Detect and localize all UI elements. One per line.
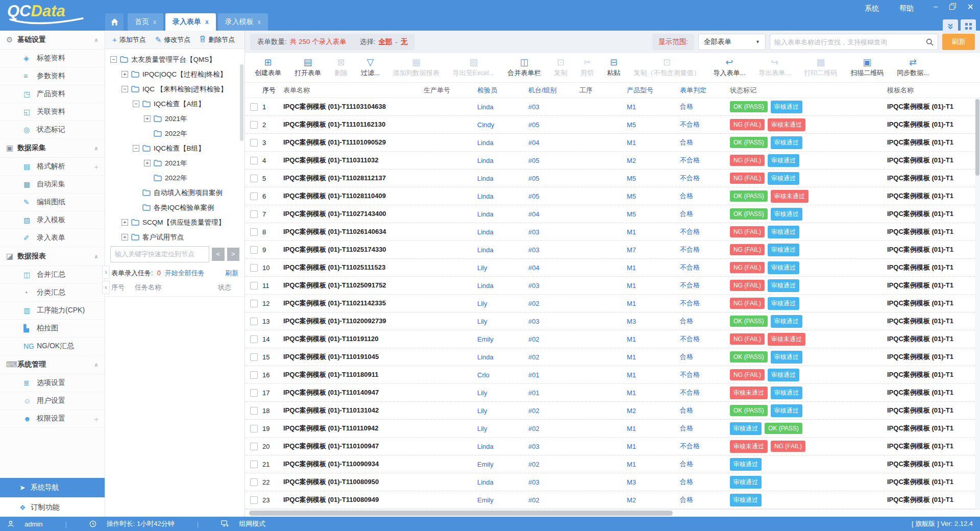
horizontal-scrollbar[interactable] bbox=[245, 509, 980, 517]
tree-node[interactable]: − IQC 【来料检验|进料检验】 bbox=[110, 82, 244, 96]
table-row[interactable]: 18 IPQC案例模板 (01)-T110131042 Lily #02 M2 … bbox=[245, 402, 980, 420]
table-row[interactable]: 13 IPQC案例模板 (01)-T11020092739 Lily #03 M… bbox=[245, 312, 980, 330]
expander-icon[interactable]: − bbox=[121, 86, 128, 92]
refresh-button[interactable]: 刷新 bbox=[942, 34, 975, 50]
col-no[interactable]: 序号 bbox=[262, 86, 283, 95]
table-row[interactable]: 3 IPQC案例模板 (01)-T11101090529 Linda #04 M… bbox=[245, 134, 980, 152]
col-verdict[interactable]: 表单判定 bbox=[680, 86, 730, 95]
expander-icon[interactable]: + bbox=[144, 115, 151, 122]
table-row[interactable]: 14 IPQC案例模板 (01)-T110191120 Emily #02 M1… bbox=[245, 330, 980, 348]
toolbar-button[interactable]: ⊡ 复制 bbox=[547, 55, 574, 81]
collapse-panel-handle[interactable]: ‹ bbox=[102, 281, 110, 294]
horizontal-scrollbar-thumb[interactable] bbox=[249, 511, 673, 516]
table-row[interactable]: 1 IPQC案例模板 (01)-T11103104638 Linda #03 M… bbox=[245, 98, 980, 116]
expander-icon[interactable]: − bbox=[133, 145, 139, 152]
toolbar-button[interactable]: ⊟ 粘贴 bbox=[600, 55, 627, 81]
toolbar-button[interactable]: ◫ 合并表单栏 bbox=[501, 55, 547, 81]
tab-close-icon[interactable]: x bbox=[153, 18, 156, 26]
chevron-up-icon[interactable]: ∧ bbox=[94, 37, 99, 43]
row-form-name[interactable]: IPQC案例模板 (01)-T110191120 bbox=[283, 334, 424, 344]
col-process[interactable]: 工序 bbox=[579, 86, 627, 95]
system-nav-button[interactable]: ➤ 系统导航 bbox=[0, 478, 105, 497]
table-row[interactable]: 11 IPQC案例模板 (01)-T11025091752 Linda #03 … bbox=[245, 277, 980, 295]
col-name[interactable]: 表单名称 bbox=[283, 86, 424, 95]
custom-function-button[interactable]: ❖ 订制功能 bbox=[0, 497, 105, 517]
toolbar-button[interactable]: ▩ 打印二维码 bbox=[797, 55, 844, 81]
sidebar-item[interactable]: ▦ 自动采集 bbox=[0, 176, 105, 194]
col-status[interactable]: 状态标记 bbox=[730, 86, 887, 95]
sidebar-item[interactable]: ◱ 关联资料 bbox=[0, 103, 105, 121]
edit-node-button[interactable]: ✎修改节点 bbox=[155, 35, 191, 44]
row-checkbox[interactable] bbox=[250, 139, 258, 147]
row-form-name[interactable]: IPQC案例模板 (01)-T11021142335 bbox=[283, 299, 424, 308]
toolbar-button[interactable]: ⇄ 同步数据... bbox=[890, 55, 936, 81]
col-order[interactable]: 生产单号 bbox=[424, 86, 477, 95]
restore-button[interactable] bbox=[949, 3, 956, 11]
tree-scrollbar[interactable] bbox=[240, 64, 243, 141]
table-row[interactable]: 8 IPQC案例模板 (01)-T11026140634 Linda #03 M… bbox=[245, 223, 980, 241]
sidebar-item[interactable]: ✎ 编辑图纸 bbox=[0, 194, 105, 211]
row-form-name[interactable]: IPQC案例模板 (01)-T11027143400 bbox=[283, 209, 424, 219]
scope-select[interactable]: 全部表单 ▼ bbox=[698, 34, 766, 50]
row-checkbox[interactable] bbox=[250, 371, 258, 379]
row-checkbox[interactable] bbox=[250, 228, 258, 236]
pin-plus-icon[interactable]: + bbox=[94, 415, 99, 423]
row-checkbox[interactable] bbox=[250, 461, 258, 468]
col-template[interactable]: 模板名称 bbox=[887, 86, 975, 95]
table-row[interactable]: 9 IPQC案例模板 (01)-T11025174330 Linda #03 M… bbox=[245, 241, 980, 259]
row-form-name[interactable]: IPQC案例模板 (01)-T11020092739 bbox=[283, 317, 424, 326]
row-checkbox[interactable] bbox=[250, 425, 258, 432]
tree-node[interactable]: + 2021年 bbox=[110, 111, 244, 126]
col-inspector[interactable]: 检验员 bbox=[477, 86, 528, 95]
toolbar-button[interactable]: ▤ 打开表单 bbox=[288, 55, 328, 81]
menu-help[interactable]: 帮助 bbox=[899, 4, 914, 13]
row-form-name[interactable]: IPQC案例模板 (01)-T11025091752 bbox=[283, 281, 424, 290]
sidebar-section-data-report[interactable]: ◪ 数据报表 ∧ bbox=[0, 247, 105, 266]
table-row[interactable]: 6 IPQC案例模板 (01)-T11028110409 Linda #05 M… bbox=[245, 187, 980, 205]
sidebar-item[interactable]: ☺ 用户设置 bbox=[0, 392, 105, 410]
row-checkbox[interactable] bbox=[250, 407, 258, 415]
toolbar-button[interactable]: ▽ 过滤... bbox=[354, 55, 386, 81]
table-row[interactable]: 10 IPQC案例模板 (01)-T11025111523 Lily #04 M… bbox=[245, 259, 980, 277]
tree-node[interactable]: 2022年 bbox=[110, 171, 244, 185]
row-form-name[interactable]: IPQC案例模板 (01)-T110191045 bbox=[283, 352, 424, 361]
sidebar-item[interactable]: ✐ 录入表单 bbox=[0, 229, 105, 247]
row-form-name[interactable]: IPQC案例模板 (01)-T110080950 bbox=[283, 477, 424, 487]
tree-node[interactable]: − IQC检查【A组】 bbox=[110, 96, 244, 111]
row-form-name[interactable]: IPQC案例模板 (01)-T11025111523 bbox=[283, 263, 424, 272]
table-row[interactable]: 17 IPQC案例模板 (01)-T110140947 Lily #01 M1 … bbox=[245, 384, 980, 402]
tree-node[interactable]: + IPQC|OQC【过程检|终检】 bbox=[110, 67, 244, 82]
row-checkbox[interactable] bbox=[250, 389, 258, 397]
tree-node[interactable]: 自动填入检测项目案例 bbox=[110, 185, 244, 200]
row-form-name[interactable]: IPQC案例模板 (01)-T11103104638 bbox=[283, 102, 424, 111]
close-button[interactable]: ✕ bbox=[967, 3, 974, 11]
find-prev-button[interactable]: < bbox=[212, 248, 225, 261]
sidebar-section-basic-settings[interactable]: ⚙ 基础设置 ∧ bbox=[0, 31, 105, 50]
table-row[interactable]: 21 IPQC案例模板 (01)-T110090934 Emily #02 M1… bbox=[245, 455, 980, 473]
vertical-scrollbar-thumb[interactable] bbox=[975, 99, 979, 176]
table-row[interactable]: 4 IPQC案例模板 (01)-T110311032 Linda #05 M2 … bbox=[245, 152, 980, 170]
add-node-button[interactable]: +添加节点 bbox=[112, 35, 146, 44]
collapse-all-button[interactable] bbox=[943, 19, 958, 33]
row-form-name[interactable]: IPQC案例模板 (01)-T11101162130 bbox=[283, 120, 424, 129]
minimize-button[interactable]: − bbox=[933, 3, 938, 11]
node-search-input[interactable] bbox=[110, 246, 209, 262]
row-form-name[interactable]: IPQC案例模板 (01)-T110110942 bbox=[283, 424, 424, 433]
tree-node[interactable]: + 客户试用节点 bbox=[110, 230, 244, 242]
table-row[interactable]: 2 IPQC案例模板 (01)-T11101162130 Cindy #05 M… bbox=[245, 116, 980, 134]
row-checkbox[interactable] bbox=[250, 478, 258, 486]
table-row[interactable]: 19 IPQC案例模板 (01)-T110110942 Lily #02 M1 … bbox=[245, 420, 980, 438]
table-row[interactable]: 16 IPQC案例模板 (01)-T110180911 Crlo #01 M1 … bbox=[245, 366, 980, 384]
sidebar-item[interactable]: ▙ 柏拉图 bbox=[0, 320, 105, 337]
row-checkbox[interactable] bbox=[250, 335, 258, 343]
toolbar-button[interactable]: ▧ 导出至Excel... bbox=[446, 55, 501, 81]
row-form-name[interactable]: IPQC案例模板 (01)-T11026140634 bbox=[283, 227, 424, 236]
sidebar-item[interactable]: ☻ 权限设置 + bbox=[0, 410, 105, 428]
row-checkbox[interactable] bbox=[250, 300, 258, 307]
toolbar-button[interactable]: ⊠ 删除 bbox=[328, 55, 354, 81]
sidebar-item[interactable]: ◔ 分类汇总 bbox=[0, 284, 105, 302]
expander-icon[interactable]: − bbox=[133, 101, 139, 107]
select-none-link[interactable]: 无 bbox=[401, 37, 408, 46]
chevron-up-icon[interactable]: ∧ bbox=[94, 253, 99, 260]
col-machine[interactable]: 机台/组别 bbox=[528, 86, 579, 95]
